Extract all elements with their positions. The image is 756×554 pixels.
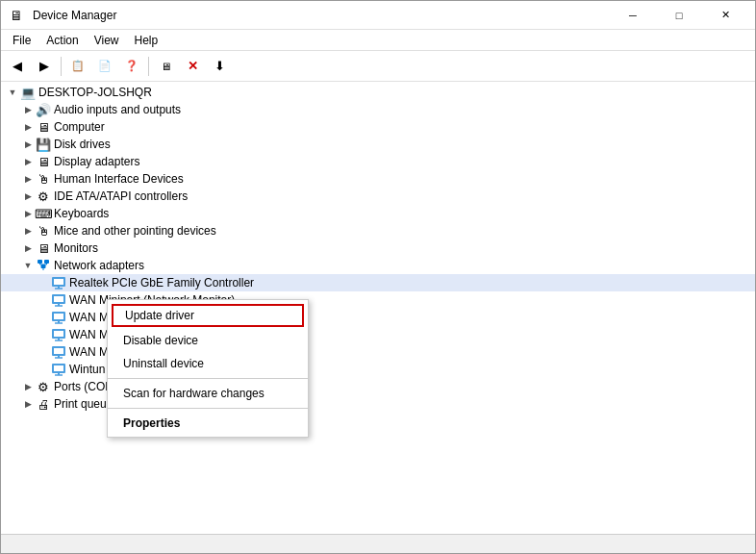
expand-display[interactable]: ▶ <box>20 154 36 169</box>
tree-label-network: Network adapters <box>54 259 144 272</box>
ide-icon: ⚙ <box>36 189 51 204</box>
expand-mice[interactable]: ▶ <box>20 223 36 239</box>
expand-network[interactable]: ▼ <box>20 258 36 273</box>
update-driver-button[interactable]: 📄 <box>92 54 117 79</box>
status-bar <box>1 534 755 553</box>
ctx-separator <box>108 378 308 379</box>
wan-pptp-icon <box>51 327 66 342</box>
add-button[interactable]: ⬇ <box>207 54 232 79</box>
svg-rect-8 <box>54 279 63 285</box>
menu-help[interactable]: Help <box>127 32 166 49</box>
menu-action[interactable]: Action <box>38 32 86 49</box>
title-controls: ─ □ ✕ <box>611 1 747 30</box>
ctx-disable-device[interactable]: Disable device <box>108 329 308 352</box>
tree-label-realtek: Realtek PCIe GbE Family Controller <box>69 276 254 290</box>
tree-label-monitors: Monitors <box>54 241 98 255</box>
print-icon: 🖨 <box>36 396 51 412</box>
properties-button[interactable]: 📋 <box>65 54 90 79</box>
expand-realtek: ▶ <box>36 275 51 290</box>
tree-item-disk[interactable]: ▶ 💾 Disk drives <box>1 136 755 153</box>
help-button[interactable]: ❓ <box>119 54 144 79</box>
title-bar: 🖥 Device Manager ─ □ ✕ <box>1 1 755 30</box>
wan-pppoe-icon <box>51 310 66 325</box>
tree-label-mice: Mice and other pointing devices <box>54 224 216 238</box>
expand-print[interactable]: ▶ <box>20 396 36 412</box>
expand-audio[interactable]: ▶ <box>20 102 36 117</box>
maximize-button[interactable]: □ <box>657 1 701 30</box>
tree-label-audio: Audio inputs and outputs <box>54 103 181 116</box>
toolbar-separator-2 <box>148 57 149 76</box>
expand-monitors[interactable]: ▶ <box>20 240 36 256</box>
remove-button[interactable]: ✕ <box>180 54 205 79</box>
tree-label-root: DESKTOP-JOLSHQR <box>38 86 152 99</box>
menu-file[interactable]: File <box>5 32 38 49</box>
close-button[interactable]: ✕ <box>703 1 747 30</box>
expand-computer[interactable]: ▶ <box>20 119 36 135</box>
tree-item-network[interactable]: ▼ Network adapters <box>1 257 755 274</box>
svg-rect-28 <box>54 365 63 371</box>
minimize-button[interactable]: ─ <box>611 1 655 30</box>
menu-bar: File Action View Help <box>1 30 755 51</box>
window-title: Device Manager <box>33 9 116 22</box>
svg-rect-0 <box>38 260 42 264</box>
content-area: ▼ 💻 DESKTOP-JOLSHQR ▶ 🔊 Audio inputs and… <box>1 82 755 534</box>
svg-rect-2 <box>41 264 46 268</box>
monitors-icon: 🖥 <box>36 240 51 256</box>
forward-button[interactable]: ▶ <box>32 54 57 79</box>
tree-item-hid[interactable]: ▶ 🖱 Human Interface Devices <box>1 170 755 188</box>
tree-label-ide: IDE ATA/ATAPI controllers <box>54 189 188 203</box>
title-bar-left: 🖥 Device Manager <box>9 8 116 23</box>
wintun-icon <box>51 362 66 377</box>
computer-icon: 💻 <box>20 85 36 100</box>
keyboard-icon: ⌨ <box>36 206 51 221</box>
expand-hid[interactable]: ▶ <box>20 171 36 187</box>
menu-view[interactable]: View <box>87 32 127 49</box>
svg-rect-24 <box>54 348 63 354</box>
computer2-icon: 🖥 <box>36 119 51 135</box>
toolbar-separator-1 <box>61 57 62 76</box>
ctx-uninstall-device[interactable]: Uninstall device <box>108 352 308 375</box>
device-tree[interactable]: ▼ 💻 DESKTOP-JOLSHQR ▶ 🔊 Audio inputs and… <box>1 82 755 534</box>
scan-button[interactable]: 🖥 <box>153 54 178 79</box>
tree-label-display: Display adapters <box>54 155 139 168</box>
ctx-separator-2 <box>108 408 308 409</box>
svg-rect-12 <box>54 296 63 302</box>
expand-ide[interactable]: ▶ <box>20 189 36 204</box>
network-icon <box>36 258 51 273</box>
svg-rect-20 <box>54 331 63 337</box>
tree-item-monitors[interactable]: ▶ 🖥 Monitors <box>1 239 755 257</box>
context-menu: Update driver Disable device Uninstall d… <box>107 299 309 438</box>
expand-wan-monitor: ▶ <box>36 292 51 308</box>
hid-icon: 🖱 <box>36 171 51 187</box>
mice-icon: 🖱 <box>36 223 51 239</box>
ctx-properties[interactable]: Properties <box>108 412 308 435</box>
ctx-update-driver[interactable]: Update driver <box>112 304 304 327</box>
expand-disk[interactable]: ▶ <box>20 137 36 152</box>
display-icon: 🖥 <box>36 154 51 169</box>
back-button[interactable]: ◀ <box>5 54 30 79</box>
tree-label-computer: Computer <box>54 120 105 134</box>
toolbar: ◀ ▶ 📋 📄 ❓ 🖥 ✕ ⬇ <box>1 51 755 82</box>
tree-item-root[interactable]: ▼ 💻 DESKTOP-JOLSHQR <box>1 84 755 101</box>
ctx-scan-hardware[interactable]: Scan for hardware changes <box>108 382 308 405</box>
tree-label-disk: Disk drives <box>54 138 111 151</box>
svg-rect-1 <box>44 260 49 264</box>
expand-ports[interactable]: ▶ <box>20 379 36 394</box>
tree-item-keyboards[interactable]: ▶ ⌨ Keyboards <box>1 205 755 222</box>
tree-label-keyboards: Keyboards <box>54 207 109 220</box>
tree-item-audio[interactable]: ▶ 🔊 Audio inputs and outputs <box>1 101 755 118</box>
tree-label-hid: Human Interface Devices <box>54 172 184 186</box>
wan-sstp-icon <box>51 344 66 360</box>
ports-icon: ⚙ <box>36 379 51 394</box>
disk-icon: 💾 <box>36 137 51 152</box>
tree-item-realtek[interactable]: ▶ Realtek PCIe GbE Family Controller <box>1 274 755 291</box>
device-manager-window: 🖥 Device Manager ─ □ ✕ File Action View … <box>0 0 756 554</box>
wan-monitor-icon <box>51 292 66 308</box>
tree-item-ide[interactable]: ▶ ⚙ IDE ATA/ATAPI controllers <box>1 188 755 205</box>
expand-root[interactable]: ▼ <box>5 85 20 100</box>
tree-item-display[interactable]: ▶ 🖥 Display adapters <box>1 153 755 170</box>
tree-item-mice[interactable]: ▶ 🖱 Mice and other pointing devices <box>1 222 755 239</box>
tree-item-computer[interactable]: ▶ 🖥 Computer <box>1 118 755 136</box>
svg-rect-16 <box>54 314 63 319</box>
realtek-icon <box>51 275 66 290</box>
